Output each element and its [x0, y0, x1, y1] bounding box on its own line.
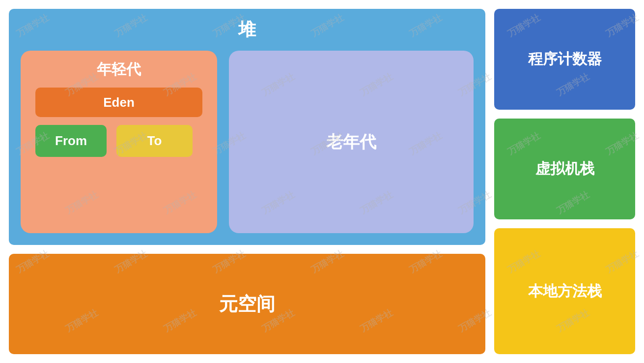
metaspace-title: 元空间 — [219, 292, 275, 317]
heap-box: 堆 年轻代 Eden From To — [9, 9, 485, 245]
to-label: To — [147, 133, 162, 149]
native-method-title: 本地方法栈 — [528, 281, 602, 302]
young-gen-title: 年轻代 — [97, 60, 141, 80]
survivor-row: From To — [35, 125, 202, 157]
vm-stack-box: 虚拟机栈 — [494, 119, 635, 219]
program-counter-title: 程序计数器 — [528, 49, 602, 69]
to-box: To — [116, 125, 193, 157]
young-gen-box: 年轻代 Eden From To — [21, 51, 217, 233]
program-counter-box: 程序计数器 — [494, 9, 635, 110]
left-column: 堆 年轻代 Eden From To — [9, 9, 485, 354]
old-gen-title: 老年代 — [326, 131, 376, 153]
metaspace-box: 元空间 — [9, 254, 485, 354]
right-column: 程序计数器 虚拟机栈 本地方法栈 — [494, 9, 635, 354]
native-method-box: 本地方法栈 — [494, 228, 635, 354]
eden-box: Eden — [35, 88, 202, 117]
vm-stack-title: 虚拟机栈 — [535, 159, 594, 179]
eden-label: Eden — [103, 95, 135, 110]
old-gen-box: 老年代 — [229, 51, 474, 233]
from-label: From — [55, 133, 87, 149]
heap-inner: 年轻代 Eden From To 老年代 — [21, 51, 474, 233]
from-box: From — [35, 125, 107, 157]
heap-title: 堆 — [21, 18, 474, 42]
